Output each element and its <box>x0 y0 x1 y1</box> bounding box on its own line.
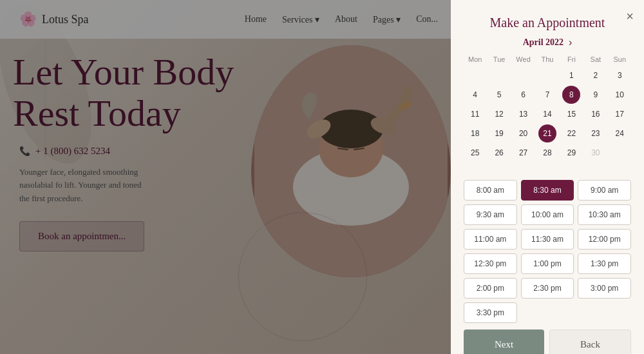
back-button[interactable]: Back <box>549 329 631 354</box>
time-slot-900am[interactable]: 9:00 am <box>578 180 631 201</box>
cal-day-empty <box>466 66 484 84</box>
cal-day-13[interactable]: 13 <box>515 105 533 123</box>
time-slot-200pm[interactable]: 2:00 pm <box>464 278 517 299</box>
time-slot-1000am[interactable]: 10:00 am <box>521 204 574 225</box>
cal-day-29[interactable]: 29 <box>562 144 580 162</box>
cal-day-empty <box>490 66 508 84</box>
time-slot-1130am[interactable]: 11:30 am <box>521 229 574 250</box>
cal-header-mon: Mon <box>464 54 486 65</box>
next-button[interactable]: Next <box>464 329 544 354</box>
time-slot-1100am[interactable]: 11:00 am <box>464 229 517 250</box>
cal-day-8[interactable]: 8 <box>562 86 580 104</box>
cal-day-3[interactable]: 3 <box>611 66 629 84</box>
cal-day-empty <box>538 66 556 84</box>
cal-day-12[interactable]: 12 <box>490 105 508 123</box>
modal-footer: Next Back <box>464 329 631 354</box>
cal-day-6[interactable]: 6 <box>515 86 533 104</box>
cal-day-23[interactable]: 23 <box>587 124 605 143</box>
cal-day-empty <box>515 66 533 84</box>
calendar: April 2022 › Mon Tue Wed Thu Fri Sat Sun… <box>464 37 631 162</box>
cal-day-22[interactable]: 22 <box>562 124 580 143</box>
cal-header-tue: Tue <box>488 54 510 65</box>
cal-day-17[interactable]: 17 <box>611 105 629 123</box>
cal-header-fri: Fri <box>560 54 583 65</box>
time-slot-230pm[interactable]: 2:30 pm <box>521 278 574 299</box>
cal-day-26[interactable]: 26 <box>490 144 508 162</box>
cal-day-empty <box>611 144 629 162</box>
time-slot-300pm[interactable]: 3:00 pm <box>578 278 631 299</box>
calendar-header: April 2022 › <box>464 37 631 48</box>
cal-day-2[interactable]: 2 <box>587 66 605 84</box>
calendar-month: April 2022 <box>523 37 564 48</box>
calendar-grid: Mon Tue Wed Thu Fri Sat Sun 1 2 3 4 5 6 … <box>464 54 631 162</box>
cal-day-28[interactable]: 28 <box>538 144 556 162</box>
cal-header-wed: Wed <box>512 54 535 65</box>
cal-header-thu: Thu <box>536 54 558 65</box>
cal-day-19[interactable]: 19 <box>490 124 508 143</box>
cal-day-24[interactable]: 24 <box>611 124 629 143</box>
appointment-modal: × Make an Appointment April 2022 › Mon T… <box>451 0 644 354</box>
time-slot-130pm[interactable]: 1:30 pm <box>578 253 631 274</box>
cal-day-25[interactable]: 25 <box>466 144 484 162</box>
cal-day-4[interactable]: 4 <box>466 86 484 104</box>
time-slot-330pm[interactable]: 3:30 pm <box>464 302 517 323</box>
modal-title: Make an Appointment <box>464 15 631 30</box>
cal-day-16[interactable]: 16 <box>587 105 605 123</box>
cal-day-10[interactable]: 10 <box>611 86 629 104</box>
cal-day-1[interactable]: 1 <box>562 66 580 84</box>
cal-day-15[interactable]: 15 <box>562 105 580 123</box>
time-slot-930am[interactable]: 9:30 am <box>464 204 517 225</box>
time-slot-1200pm[interactable]: 12:00 pm <box>578 229 631 250</box>
calendar-next-button[interactable]: › <box>569 37 572 48</box>
time-slot-1030am[interactable]: 10:30 am <box>578 204 631 225</box>
cal-day-14[interactable]: 14 <box>538 105 556 123</box>
cal-day-21[interactable]: 21 <box>538 124 556 143</box>
time-slot-1230pm[interactable]: 12:30 pm <box>464 253 517 274</box>
time-slot-100pm[interactable]: 1:00 pm <box>521 253 574 274</box>
cal-day-7[interactable]: 7 <box>538 86 556 104</box>
cal-day-27[interactable]: 27 <box>515 144 533 162</box>
cal-header-sat: Sat <box>584 54 607 65</box>
time-slots-grid: 8:00 am 8:30 am 9:00 am 9:30 am 10:00 am… <box>464 180 631 323</box>
time-slot-800am[interactable]: 8:00 am <box>464 180 517 201</box>
close-button[interactable]: × <box>626 9 634 24</box>
cal-header-sun: Sun <box>609 54 631 65</box>
cal-day-5[interactable]: 5 <box>490 86 508 104</box>
time-slot-830am[interactable]: 8:30 am <box>521 180 574 201</box>
cal-day-11[interactable]: 11 <box>466 105 484 123</box>
cal-day-30[interactable]: 30 <box>587 144 605 162</box>
cal-day-20[interactable]: 20 <box>515 124 533 143</box>
cal-day-18[interactable]: 18 <box>466 124 484 143</box>
cal-day-9[interactable]: 9 <box>587 86 605 104</box>
